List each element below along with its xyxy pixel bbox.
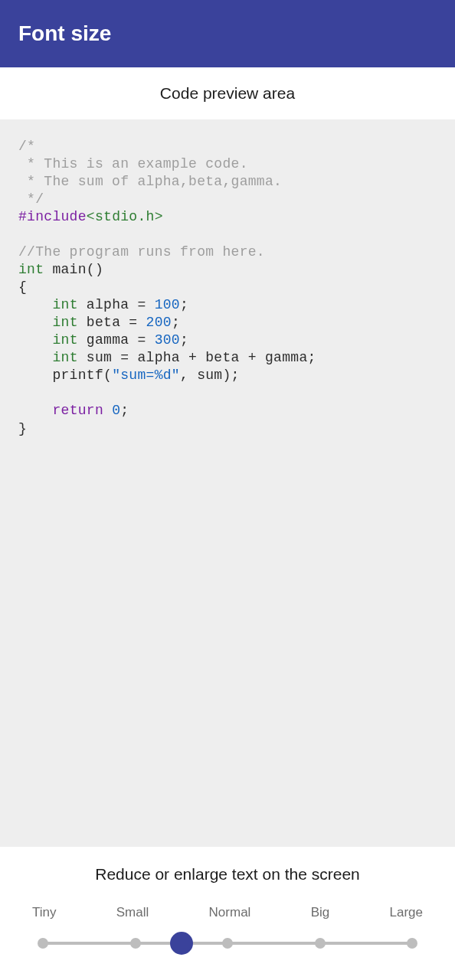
code-brace-close: } xyxy=(18,421,27,436)
code-text: printf( xyxy=(18,368,112,383)
code-brace-open: { xyxy=(18,279,27,295)
code-text: , sum); xyxy=(180,368,240,383)
code-text: beta = xyxy=(78,315,146,330)
code-keyword-int: int xyxy=(52,350,77,365)
code-preview: /* * This is an example code. * The sum … xyxy=(0,119,455,847)
slider-label-small: Small xyxy=(116,905,149,920)
code-keyword-return: return xyxy=(52,403,103,418)
code-main-sig: main() xyxy=(44,262,103,277)
code-text: gamma = xyxy=(78,332,155,348)
slider-tick-big[interactable] xyxy=(315,938,326,949)
code-keyword-int: int xyxy=(18,262,44,277)
slider-tick-tiny[interactable] xyxy=(38,938,48,949)
slider-labels-row: Tiny Small Normal Big Large xyxy=(0,905,455,920)
font-size-slider[interactable] xyxy=(0,928,455,959)
code-string: "sum=%d" xyxy=(112,368,180,383)
code-comment-line: /* xyxy=(18,139,35,154)
code-include-header: <stdio.h> xyxy=(87,209,163,224)
code-keyword-int: int xyxy=(52,332,77,348)
code-keyword-int: int xyxy=(52,297,77,312)
code-comment-line: */ xyxy=(18,191,44,207)
code-comment-line: * This is an example code. xyxy=(18,156,248,172)
code-number: 200 xyxy=(146,315,172,330)
code-comment-line: * The sum of alpha,beta,gamma. xyxy=(18,174,282,189)
code-text: ; xyxy=(180,297,188,312)
slider-label-large: Large xyxy=(390,905,423,920)
code-number: 100 xyxy=(155,297,180,312)
slider-tick-large[interactable] xyxy=(407,938,417,949)
code-text: ; xyxy=(172,315,180,330)
footer: Reduce or enlarge text on the screen Tin… xyxy=(0,847,455,980)
preview-label: Code preview area xyxy=(0,67,455,119)
slider-label-tiny: Tiny xyxy=(32,905,57,920)
code-preproc: #include xyxy=(18,209,87,224)
code-text: ; xyxy=(180,332,188,348)
code-text: sum = alpha + beta + gamma; xyxy=(78,350,316,365)
code-text: alpha = xyxy=(78,297,155,312)
code-text: ; xyxy=(120,403,129,418)
code-number: 300 xyxy=(155,332,180,348)
slider-label-big: Big xyxy=(311,905,330,920)
code-number: 0 xyxy=(112,403,120,418)
slider-tick-small[interactable] xyxy=(130,938,141,949)
app-bar: Font size xyxy=(0,0,455,67)
page-title: Font size xyxy=(18,21,437,46)
code-line-comment: //The program runs from here. xyxy=(18,244,265,260)
slider-tick-normal[interactable] xyxy=(222,938,233,949)
slider-label-normal: Normal xyxy=(209,905,251,920)
footer-instruction: Reduce or enlarge text on the screen xyxy=(0,858,455,905)
slider-thumb[interactable] xyxy=(170,932,193,955)
code-keyword-int: int xyxy=(52,315,77,330)
